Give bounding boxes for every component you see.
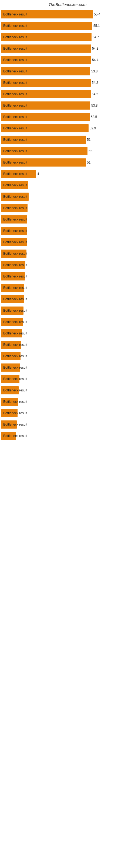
list-item: Bottleneck result <box>0 397 135 407</box>
bar-label: Bottleneck result <box>2 332 28 335</box>
bar-fill: Bottleneck result <box>1 227 27 235</box>
bar-value: 4 <box>36 172 39 176</box>
bar-fill: Bottleneck result <box>1 307 24 315</box>
bar-label: Bottleneck result <box>2 377 28 381</box>
bar-value: 54.4 <box>91 58 98 62</box>
bar-label: Bottleneck result <box>2 320 28 324</box>
list-item: Bottleneck result <box>0 260 135 270</box>
bar-label: Bottleneck result <box>2 309 28 312</box>
bar-fill: Bottleneck result <box>1 329 22 337</box>
bar-value: 51. <box>86 161 92 164</box>
list-item: Bottleneck result <box>0 340 135 350</box>
bar-fill: Bottleneck result <box>1 341 21 349</box>
list-item: Bottleneck result <box>0 329 135 338</box>
bar-label: Bottleneck result <box>2 46 28 51</box>
list-item: Bottleneck result <box>0 431 135 441</box>
bar-fill: Bottleneck result <box>1 33 92 41</box>
bar-label: Bottleneck result <box>2 400 28 404</box>
bar-label: Bottleneck result <box>2 149 28 153</box>
bar-label: Bottleneck result <box>2 104 28 107</box>
bar-fill: Bottleneck result <box>1 170 36 178</box>
bar-label: Bottleneck result <box>2 138 28 142</box>
bar-label: Bottleneck result <box>2 195 28 198</box>
bar-fill: Bottleneck result <box>1 352 20 360</box>
bar-fill: Bottleneck result <box>1 158 86 166</box>
bar-value: 52. <box>87 149 93 153</box>
bar-fill: Bottleneck result <box>1 56 91 64</box>
bar-label: Bottleneck result <box>2 252 28 255</box>
bar-value: 54.3 <box>91 46 98 51</box>
bar-label: Bottleneck result <box>2 263 28 267</box>
list-item: Bottleneck result <box>0 374 135 384</box>
bar-fill: Bottleneck result <box>1 318 23 326</box>
bar-value: 55.1 <box>92 24 100 28</box>
bar-fill: Bottleneck result <box>1 364 20 372</box>
bar-label: Bottleneck result <box>2 69 28 73</box>
bar-label: Bottleneck result <box>2 58 28 62</box>
bar-value: 53.8 <box>90 104 97 107</box>
list-item: Bottleneck result51. <box>0 158 135 167</box>
bar-fill: Bottleneck result <box>1 135 86 144</box>
list-item: Bottleneck result <box>0 192 135 202</box>
bar-fill: Bottleneck result <box>1 67 90 75</box>
list-item: Bottleneck result <box>0 203 135 213</box>
bar-label: Bottleneck result <box>2 206 28 210</box>
list-item: Bottleneck result53.8 <box>0 66 135 76</box>
list-item: Bottleneck result <box>0 363 135 372</box>
list-item: Bottleneck result53.8 <box>0 101 135 111</box>
bar-label: Bottleneck result <box>2 81 28 85</box>
list-item: Bottleneck result <box>0 385 135 395</box>
bar-fill: Bottleneck result <box>1 90 91 98</box>
bar-fill: Bottleneck result <box>1 113 90 121</box>
bar-label: Bottleneck result <box>2 423 28 426</box>
bar-label: Bottleneck result <box>2 434 28 438</box>
list-item: Bottleneck result <box>0 351 135 361</box>
list-item: Bottleneck result54.7 <box>0 32 135 42</box>
bar-fill: Bottleneck result <box>1 250 27 258</box>
bar-value: 52.9 <box>89 126 96 130</box>
list-item: Bottleneck result54.3 <box>0 44 135 54</box>
list-item: Bottleneck result <box>0 420 135 429</box>
bar-value: 54.7 <box>92 35 99 39</box>
bar-fill: Bottleneck result <box>1 272 25 280</box>
bar-label: Bottleneck result <box>2 161 28 164</box>
bar-label: Bottleneck result <box>2 12 28 16</box>
bar-fill: Bottleneck result <box>1 79 91 87</box>
bar-fill: Bottleneck result <box>1 215 27 223</box>
bar-fill: Bottleneck result <box>1 409 17 417</box>
list-item: Bottleneck result52.9 <box>0 123 135 133</box>
bar-value: 54.2 <box>91 92 98 96</box>
list-item: Bottleneck result55.4 <box>0 9 135 19</box>
list-item: Bottleneck result <box>0 249 135 258</box>
bar-value: 51. <box>86 138 92 142</box>
bar-label: Bottleneck result <box>2 35 28 39</box>
bar-label: Bottleneck result <box>2 389 28 392</box>
bar-fill: Bottleneck result <box>1 398 18 406</box>
list-item: Bottleneck result <box>0 237 135 247</box>
bar-fill: Bottleneck result <box>1 295 24 303</box>
list-item: Bottleneck result <box>0 272 135 281</box>
bar-fill: Bottleneck result <box>1 238 27 246</box>
bar-fill: Bottleneck result <box>1 432 16 440</box>
bar-fill: Bottleneck result <box>1 124 89 132</box>
bars-container: Bottleneck result55.4Bottleneck result55… <box>0 9 135 441</box>
list-item: Bottleneck result54.4 <box>0 55 135 65</box>
list-item: Bottleneck result <box>0 215 135 224</box>
bar-fill: Bottleneck result <box>1 22 92 30</box>
list-item: Bottleneck result <box>0 408 135 418</box>
bar-label: Bottleneck result <box>2 411 28 415</box>
list-item: Bottleneck result55.1 <box>0 21 135 31</box>
list-item: Bottleneck result <box>0 317 135 327</box>
list-item: Bottleneck result <box>0 226 135 236</box>
bar-label: Bottleneck result <box>2 297 28 301</box>
bar-fill: Bottleneck result <box>1 284 24 292</box>
bar-fill: Bottleneck result <box>1 375 19 383</box>
list-item: Bottleneck result4 <box>0 169 135 179</box>
list-item: Bottleneck result54.2 <box>0 89 135 99</box>
site-title: TheBottlenecker.com <box>0 0 135 8</box>
bar-value: 55.4 <box>93 12 100 16</box>
bar-label: Bottleneck result <box>2 218 28 221</box>
bar-value: 54.2 <box>91 81 98 85</box>
bar-label: Bottleneck result <box>2 275 28 278</box>
bar-label: Bottleneck result <box>2 286 28 290</box>
